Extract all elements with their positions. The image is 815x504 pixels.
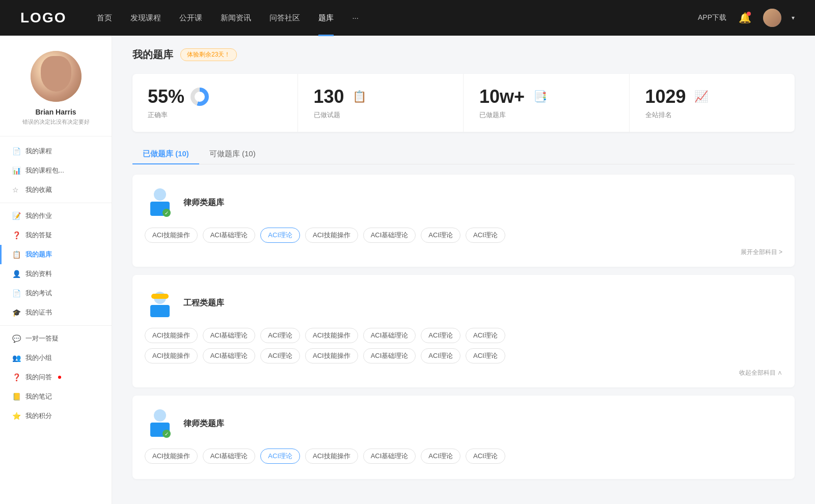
tag-3-1[interactable]: ACI技能操作 <box>145 449 198 464</box>
bank-header-1: ✓ 律师类题库 <box>145 185 782 220</box>
homework-label: 我的作业 <box>25 211 52 220</box>
sidebar-item-qa[interactable]: ❓ 我的问答 <box>0 368 112 387</box>
tag-3-6[interactable]: ACI理论 <box>421 449 460 464</box>
ask-label: 我的答疑 <box>25 231 52 240</box>
sidebar-item-group[interactable]: 👥 我的小组 <box>0 348 112 368</box>
bank-title-2: 工程类题库 <box>183 298 224 309</box>
favorites-icon: ☆ <box>12 186 20 194</box>
nav-home[interactable]: 首页 <box>97 13 112 23</box>
nav-avatar[interactable] <box>763 9 781 27</box>
tag-2-8[interactable]: ACI技能操作 <box>145 348 198 363</box>
nav-discover[interactable]: 发现课程 <box>130 13 161 23</box>
tag-2-13[interactable]: ACI理论 <box>421 348 460 363</box>
bank-label: 我的题库 <box>25 250 52 259</box>
tag-3-3[interactable]: ACI理论 <box>260 449 300 464</box>
tag-1-5[interactable]: ACI基础理论 <box>363 228 416 243</box>
notes-icon: 📒 <box>12 393 20 401</box>
sidebar-item-profile[interactable]: 👤 我的资料 <box>0 264 112 284</box>
tag-3-5[interactable]: ACI基础理论 <box>363 449 416 464</box>
svg-text:✓: ✓ <box>165 431 169 437</box>
navbar: LOGO 首页 发现课程 公开课 新闻资讯 问答社区 题库 ··· APP下载 … <box>0 0 815 36</box>
tab-todo[interactable]: 可做题库 (10) <box>199 144 266 164</box>
sidebar-item-cert[interactable]: 🎓 我的证书 <box>0 303 112 322</box>
bank-icon-lawyer-2: ✓ <box>145 406 175 441</box>
tab-done[interactable]: 已做题库 (10) <box>132 144 199 164</box>
sidebar-item-course[interactable]: 📄 我的课程 <box>0 142 112 161</box>
homework-icon: 📝 <box>12 212 20 220</box>
tabs-row: 已做题库 (10) 可做题库 (10) <box>132 144 795 164</box>
tag-1-6[interactable]: ACI理论 <box>421 228 460 243</box>
svg-point-0 <box>154 188 166 201</box>
bank-title-1: 律师类题库 <box>183 198 224 208</box>
sidebar-profile: Brian Harris 错误的决定比没有决定要好 <box>0 51 112 136</box>
tag-2-2[interactable]: ACI基础理论 <box>203 328 256 343</box>
nav-bank[interactable]: 题库 <box>318 13 334 23</box>
tags-row-1: ACI技能操作 ACI基础理论 ACI理论 ACI技能操作 ACI基础理论 AC… <box>145 228 782 243</box>
tag-2-12[interactable]: ACI基础理论 <box>363 348 416 363</box>
tag-1-3[interactable]: ACI理论 <box>260 228 300 243</box>
tag-2-4[interactable]: ACI技能操作 <box>305 328 358 343</box>
tag-3-2[interactable]: ACI基础理论 <box>203 449 256 464</box>
1on1-icon: 💬 <box>12 334 20 343</box>
sidebar-item-homework[interactable]: 📝 我的作业 <box>0 206 112 226</box>
tag-2-3[interactable]: ACI理论 <box>260 328 300 343</box>
svg-rect-5 <box>151 294 169 299</box>
sidebar-item-exam[interactable]: 📄 我的考试 <box>0 284 112 303</box>
stat-done-bank-top: 10w+ 📑 <box>479 86 549 107</box>
sidebar-item-ask[interactable]: ❓ 我的答疑 <box>0 226 112 245</box>
profile-label: 我的资料 <box>25 269 52 278</box>
app-download-btn[interactable]: APP下载 <box>698 13 726 22</box>
stat-accuracy-top: 55% <box>148 86 209 107</box>
tag-1-4[interactable]: ACI技能操作 <box>305 228 358 243</box>
course-icon: 📄 <box>12 147 20 155</box>
collapse-btn-2[interactable]: 收起全部科目 ∧ <box>145 369 782 377</box>
tag-1-7[interactable]: ACI理论 <box>466 228 505 243</box>
nav-more[interactable]: ··· <box>352 13 359 23</box>
tag-2-6[interactable]: ACI理论 <box>421 328 460 343</box>
tag-1-1[interactable]: ACI技能操作 <box>145 228 198 243</box>
sidebar-item-favorites[interactable]: ☆ 我的收藏 <box>0 180 112 200</box>
1on1-label: 一对一答疑 <box>25 334 59 343</box>
sidebar-item-course-pkg[interactable]: 📊 我的课程包... <box>0 161 112 180</box>
tag-2-7[interactable]: ACI理论 <box>466 328 505 343</box>
expand-btn-1[interactable]: 展开全部科目 > <box>145 248 782 257</box>
tag-2-9[interactable]: ACI基础理论 <box>203 348 256 363</box>
nav-dropdown-arrow[interactable]: ▾ <box>792 14 795 21</box>
tag-1-2[interactable]: ACI基础理论 <box>203 228 256 243</box>
sidebar-item-1on1[interactable]: 💬 一对一答疑 <box>0 329 112 348</box>
sidebar: Brian Harris 错误的决定比没有决定要好 📄 我的课程 📊 我的课程包… <box>0 36 112 504</box>
stat-rank-top: 1029 📈 <box>645 86 711 107</box>
stat-rank-value: 1029 <box>645 86 686 107</box>
bank-card-engineer: 工程类题库 ACI技能操作 ACI基础理论 ACI理论 ACI技能操作 ACI基… <box>132 275 795 387</box>
sidebar-menu: 📄 我的课程 📊 我的课程包... ☆ 我的收藏 📝 我的作业 ❓ 我的答疑 � <box>0 142 112 426</box>
tag-2-5[interactable]: ACI基础理论 <box>363 328 416 343</box>
tag-2-14[interactable]: ACI理论 <box>466 348 505 363</box>
question-icon: 📋 <box>350 88 369 106</box>
tag-3-4[interactable]: ACI技能操作 <box>305 449 358 464</box>
donut-chart <box>191 88 209 106</box>
stat-accuracy-value: 55% <box>148 86 184 107</box>
bank-icon-engineer <box>145 285 175 321</box>
stat-rank: 1029 📈 全站排名 <box>630 74 795 132</box>
tag-2-1[interactable]: ACI技能操作 <box>145 328 198 343</box>
nav-logo: LOGO <box>20 10 66 26</box>
stat-accuracy-label: 正确率 <box>148 110 168 120</box>
tag-2-10[interactable]: ACI理论 <box>260 348 300 363</box>
tag-2-11[interactable]: ACI技能操作 <box>305 348 358 363</box>
nav-links: 首页 发现课程 公开课 新闻资讯 问答社区 题库 ··· <box>97 13 698 23</box>
notification-dot <box>747 12 751 16</box>
nav-qa[interactable]: 问答社区 <box>269 13 300 23</box>
nav-public[interactable]: 公开课 <box>179 13 202 23</box>
sidebar-item-notes[interactable]: 📒 我的笔记 <box>0 387 112 406</box>
page-header: 我的题库 体验剩余23天！ <box>132 48 795 62</box>
stat-rank-label: 全站排名 <box>645 110 672 120</box>
profile-icon: 👤 <box>12 270 20 278</box>
notification-bell[interactable]: 🔔 <box>737 10 753 26</box>
bank-card-lawyer-2: ✓ 律师类题库 ACI技能操作 ACI基础理论 ACI理论 ACI技能操作 AC… <box>132 396 795 479</box>
sidebar-item-points[interactable]: ⭐ 我的积分 <box>0 406 112 426</box>
favorites-label: 我的收藏 <box>25 185 52 194</box>
tag-3-7[interactable]: ACI理论 <box>466 449 505 464</box>
qa-label: 我的问答 <box>25 373 52 382</box>
nav-news[interactable]: 新闻资讯 <box>221 13 251 23</box>
sidebar-item-bank[interactable]: 📋 我的题库 <box>0 245 112 264</box>
